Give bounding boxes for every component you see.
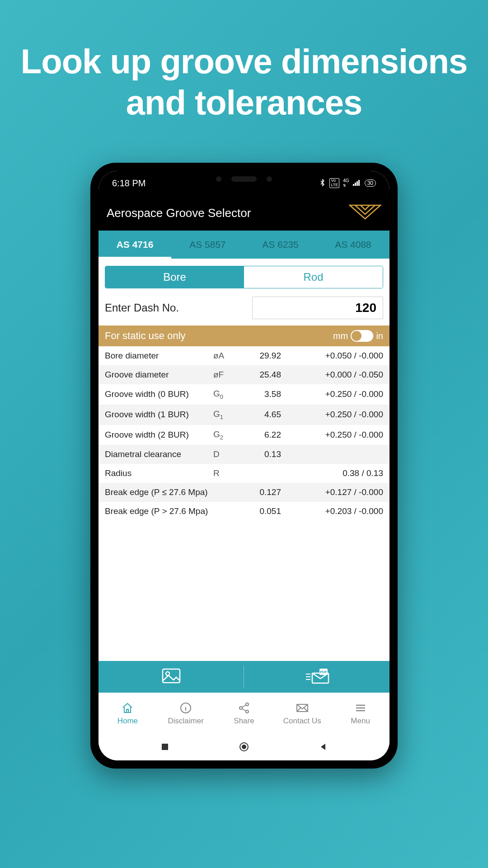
- tab-as6235[interactable]: AS 6235: [244, 231, 317, 259]
- image-button[interactable]: [99, 661, 244, 693]
- row-label: Groove width (0 BUR): [105, 389, 213, 399]
- tab-as4088[interactable]: AS 4088: [317, 231, 389, 259]
- nav-contact-label: Contact Us: [283, 717, 321, 726]
- dash-number-input[interactable]: [252, 297, 383, 319]
- svg-text:PDF: PDF: [320, 670, 327, 674]
- status-indicators: VoLTE 4G⇅ 30: [319, 178, 376, 188]
- export-pdf-button[interactable]: PDF: [244, 661, 389, 693]
- app-header: Aerospace Groove Selector: [99, 195, 389, 231]
- mail-icon: [296, 701, 309, 715]
- android-home[interactable]: [238, 741, 250, 753]
- row-tolerance: +0.203 / -0.000: [281, 506, 383, 516]
- nav-disclaimer-label: Disclaimer: [168, 717, 204, 726]
- row-symbol: D: [213, 449, 236, 459]
- table-row: Diametral clearanceD0.13: [99, 445, 389, 464]
- row-label: Radius: [105, 468, 213, 478]
- row-label: Break edge (P ≤ 27.6 Mpa): [105, 487, 213, 497]
- android-nav-bar: [99, 733, 389, 760]
- svg-point-13: [239, 707, 242, 709]
- row-label: Bore diameter: [105, 351, 213, 361]
- pdf-mail-icon: PDF: [304, 668, 329, 686]
- row-label: Groove width (1 BUR): [105, 410, 213, 420]
- table-row: Groove width (1 BUR)G14.65+0.250 / -0.00…: [99, 405, 389, 425]
- volte-icon: VoLTE: [329, 178, 339, 188]
- nav-home-label: Home: [117, 717, 138, 726]
- row-label: Groove diameter: [105, 370, 213, 380]
- svg-rect-21: [162, 744, 168, 750]
- image-icon: [162, 668, 181, 685]
- unit-mm-label: mm: [333, 331, 348, 341]
- unit-toggle[interactable]: [351, 330, 373, 342]
- nav-home[interactable]: Home: [99, 693, 157, 733]
- svg-point-5: [166, 672, 169, 675]
- svg-line-16: [242, 708, 246, 711]
- phone-frame: 6:18 PM VoLTE 4G⇅ 30 Aerospace Groove Se…: [90, 163, 398, 769]
- nav-share-label: Share: [234, 717, 254, 726]
- row-tolerance: +0.000 / -0.050: [281, 370, 383, 380]
- row-value: 0.13: [236, 449, 281, 459]
- segment-bore[interactable]: Bore: [105, 266, 244, 288]
- bottom-nav: Home Disclaimer Share Contact Us: [99, 693, 389, 733]
- svg-rect-0: [353, 184, 354, 186]
- app-title: Aerospace Groove Selector: [107, 206, 251, 220]
- battery-icon: 30: [365, 179, 376, 187]
- table-row: Groove width (0 BUR)G03.58+0.250 / -0.00…: [99, 384, 389, 405]
- unit-toggle-group: mm in: [333, 330, 383, 342]
- svg-point-23: [242, 745, 246, 749]
- signal-icon: [353, 179, 361, 187]
- row-value: 29.92: [236, 351, 281, 361]
- bore-rod-segmented: Bore Rod: [105, 266, 383, 288]
- row-label: Diametral clearance: [105, 449, 213, 459]
- row-value: 0.051: [236, 506, 281, 516]
- nav-contact[interactable]: Contact Us: [273, 693, 331, 733]
- row-value: 4.65: [236, 410, 281, 420]
- table-row: RadiusR0.38 / 0.13: [99, 464, 389, 483]
- row-tolerance: +0.127 / -0.000: [281, 487, 383, 497]
- row-value: 25.48: [236, 370, 281, 380]
- svg-point-12: [246, 703, 249, 706]
- svg-line-15: [242, 705, 246, 707]
- network-icon: 4G⇅: [343, 179, 349, 188]
- table-row: Break edge (P ≤ 27.6 Mpa)0.127+0.127 / -…: [99, 483, 389, 502]
- android-back[interactable]: [317, 741, 329, 753]
- action-bar: PDF: [99, 661, 389, 693]
- table-row: Groove width (2 BUR)G26.22+0.250 / -0.00…: [99, 425, 389, 445]
- nav-disclaimer[interactable]: Disclaimer: [157, 693, 215, 733]
- info-icon: [179, 701, 192, 715]
- nav-share[interactable]: Share: [215, 693, 273, 733]
- svg-rect-3: [358, 180, 360, 186]
- static-use-bar: For static use only mm in: [99, 326, 389, 346]
- notch: [183, 171, 305, 187]
- tab-as5857[interactable]: AS 5857: [171, 231, 244, 259]
- svg-point-14: [246, 710, 249, 713]
- row-symbol: G1: [213, 409, 236, 420]
- share-icon: [238, 701, 250, 715]
- row-tolerance: +0.250 / -0.000: [281, 389, 383, 399]
- nav-menu-label: Menu: [351, 717, 370, 726]
- table-row: Break edge (P > 27.6 Mpa)0.051+0.203 / -…: [99, 502, 389, 521]
- content-area: Bore Rod Enter Dash No. For static use o…: [99, 259, 389, 661]
- bluetooth-icon: [319, 179, 326, 188]
- row-value: 3.58: [236, 389, 281, 399]
- row-value: 6.22: [236, 430, 281, 440]
- tab-as4716[interactable]: AS 4716: [99, 231, 171, 259]
- phone-screen: 6:18 PM VoLTE 4G⇅ 30 Aerospace Groove Se…: [99, 171, 389, 760]
- row-value: 0.127: [236, 487, 281, 497]
- status-time: 6:18 PM: [112, 178, 145, 189]
- segment-rod[interactable]: Rod: [244, 266, 383, 288]
- table-row: Groove diameterøF25.48+0.000 / -0.050: [99, 365, 389, 384]
- row-tolerance: +0.250 / -0.000: [281, 410, 383, 420]
- svg-rect-4: [163, 669, 180, 683]
- row-symbol: øA: [213, 351, 236, 361]
- promo-headline: Look up groove dimensions and tolerances: [0, 0, 488, 141]
- row-label: Break edge (P > 27.6 Mpa): [105, 506, 213, 516]
- table-row: Bore diameterøA29.92+0.050 / -0.000: [99, 346, 389, 365]
- row-symbol: G2: [213, 429, 236, 441]
- android-recents[interactable]: [159, 741, 171, 753]
- unit-in-label: in: [376, 331, 383, 341]
- row-tolerance: +0.050 / -0.000: [281, 351, 383, 361]
- svg-rect-1: [355, 183, 356, 186]
- row-tolerance: +0.250 / -0.000: [281, 430, 383, 440]
- nav-menu[interactable]: Menu: [331, 693, 389, 733]
- row-label: Groove width (2 BUR): [105, 430, 213, 440]
